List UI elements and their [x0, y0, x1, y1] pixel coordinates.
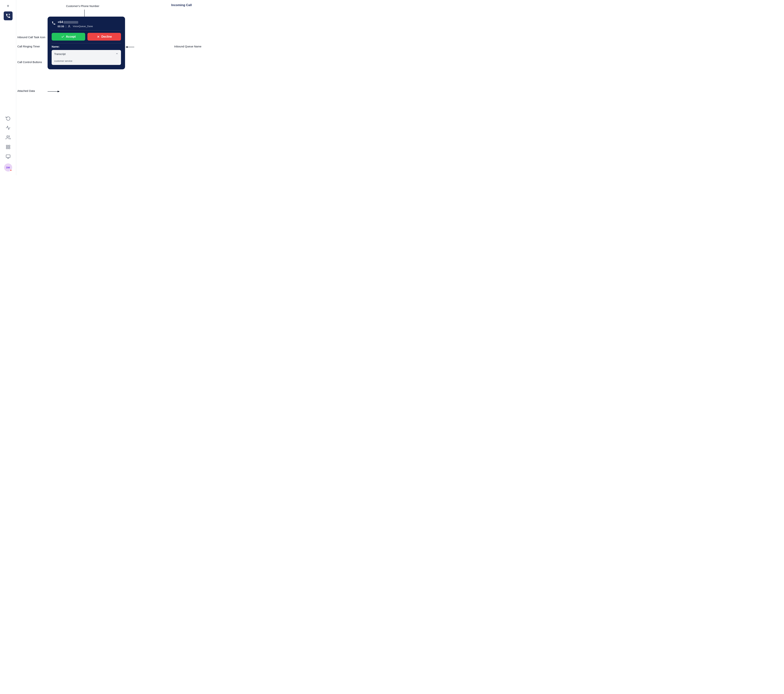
annotation-call-control-buttons: Call Control Buttons	[17, 61, 42, 64]
user-avatar[interactable]: DM	[4, 163, 12, 171]
sidebar-nav-icons: DM	[4, 115, 12, 175]
accept-button[interactable]: Accept	[52, 33, 85, 41]
annotation-call-ringing-timer: Call Ringing Timer	[17, 45, 40, 48]
meta-divider: |	[66, 25, 66, 28]
phone-number-redacted	[63, 21, 78, 24]
sidebar-item-history[interactable]	[5, 115, 11, 121]
annotation-inbound-call-icon: Inbound Call Task Icon	[17, 36, 45, 39]
call-card: +64 00:06 | VoiceQueue_Dane	[48, 16, 125, 69]
accept-label: Accept	[66, 35, 76, 38]
sidebar-item-team[interactable]	[5, 135, 11, 140]
call-timer: 00:06	[58, 25, 64, 28]
transcript-content: customer service	[52, 58, 121, 65]
svg-rect-4	[6, 147, 8, 149]
card-divider-1	[52, 30, 121, 31]
svg-rect-1	[6, 145, 8, 147]
sidebar-item-cards[interactable]	[5, 154, 11, 159]
annotation-inbound-queue: Inbound Queue Name	[174, 45, 201, 48]
transcript-chevron-icon	[115, 52, 119, 56]
main-content: Incoming Call Customer's Phone Number In…	[16, 0, 203, 175]
name-label: Name:	[52, 45, 121, 48]
avatar-initials: DM	[6, 166, 10, 169]
annotation-customers-phone: Customer's Phone Number	[66, 5, 99, 8]
add-button[interactable]: +	[7, 4, 9, 8]
decline-label: Decline	[101, 35, 112, 38]
incoming-call-title: Incoming Call	[171, 3, 192, 7]
svg-point-0	[7, 135, 8, 137]
transcript-title: Transcript	[54, 53, 66, 56]
svg-rect-2	[8, 145, 10, 147]
decline-button[interactable]: Decline	[87, 33, 121, 41]
call-buttons: Accept Decline	[52, 33, 121, 41]
call-meta: 00:06 | VoiceQueue_Dane	[58, 25, 93, 28]
incoming-call-header: Incoming Call	[171, 3, 192, 7]
inbound-call-icon-svg	[5, 13, 11, 18]
sidebar: +	[0, 0, 16, 175]
call-card-header: +64 00:06 | VoiceQueue_Dane	[52, 20, 121, 28]
inbound-call-task-icon[interactable]	[4, 12, 13, 20]
check-icon	[61, 35, 64, 38]
x-icon	[97, 35, 100, 38]
call-phone-icon	[52, 21, 56, 26]
card-divider-2	[52, 43, 121, 43]
sidebar-item-chart[interactable]	[5, 125, 11, 130]
queue-name: VoiceQueue_Dane	[72, 25, 93, 28]
sidebar-item-grid[interactable]	[5, 144, 11, 150]
svg-rect-5	[6, 155, 10, 158]
svg-rect-3	[8, 147, 10, 149]
queue-icon	[68, 25, 71, 28]
svg-point-13	[69, 25, 70, 26]
transcript-box: Transcript customer service	[52, 50, 121, 65]
phone-number: +64	[58, 20, 93, 24]
avatar-status-dot	[10, 169, 12, 171]
transcript-header[interactable]: Transcript	[52, 50, 121, 58]
annotation-attached-data: Attached Data	[17, 89, 35, 92]
call-info: +64 00:06 | VoiceQueue_Dane	[58, 20, 93, 28]
